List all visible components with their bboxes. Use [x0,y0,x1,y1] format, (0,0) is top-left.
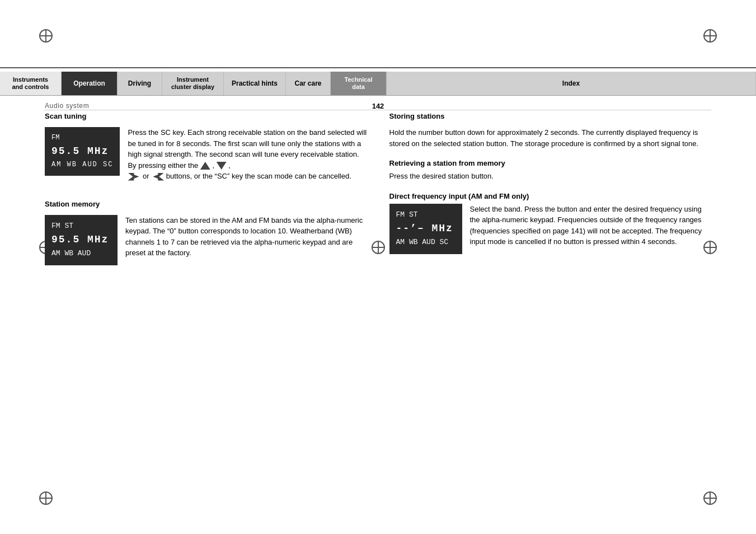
fm-display-2-line1: FM ST [51,221,111,232]
retrieving-title: Retrieving a station from memory [389,159,712,167]
fm-display-3: FM ST --’– MHz AM WB AUD SC [389,204,462,254]
nav-index[interactable]: Index [387,72,756,95]
left-column: Scan tuning FM 95.5 MHz AM WB AUD SC Pre… [45,112,367,500]
fm-display-2-line3: AM WB AUD [51,248,111,260]
fm-display-3-line3: AM WB AUD SC [396,237,456,249]
fm-display-1-line3: AM WB AUD SC [51,160,113,170]
top-rule [0,67,756,68]
page-number: 142 [372,102,384,110]
crosshair-top-left [39,29,53,43]
station-memory-title: Station memory [45,200,367,208]
fm-display-1-line2: 95.5 MHz [51,143,113,160]
arrow-up-icon [200,162,210,170]
nav-instruments[interactable]: Instruments and controls [0,72,62,95]
retrieving-body: Press the desired station button. [389,171,712,182]
right-column: Storing stations Hold the number button … [389,112,712,500]
storing-stations-body: Hold the number button down for approxim… [389,127,712,149]
fm-display-3-line1: FM ST [396,209,456,221]
nav-technical-data[interactable]: Technical data [331,72,387,95]
direct-frequency-content: FM ST --’– MHz AM WB AUD SC Select the b… [389,204,712,259]
nav-bottom-rule [0,95,756,96]
nav-bar: Instruments and controls Operation Drivi… [0,72,756,95]
crosshair-top-right [703,29,717,43]
fm-display-1-line1: FM [51,133,113,143]
station-memory-content: FM ST 95.5 MHz AM WB AUD Ten stations ca… [45,215,367,270]
nav-operation[interactable]: Operation [62,72,118,95]
nav-practical-hints[interactable]: Practical hints [224,72,286,95]
nav-driving[interactable]: Driving [118,72,162,95]
scan-tuning-content: FM 95.5 MHz AM WB AUD SC Press the SC ke… [45,127,367,186]
rwd-icon [153,173,164,181]
fm-display-3-line2: --’– MHz [396,221,456,237]
main-content: Scan tuning FM 95.5 MHz AM WB AUD SC Pre… [45,112,711,500]
nav-instrument-cluster[interactable]: Instrument cluster display [162,72,224,95]
fwd-icon [128,173,139,181]
station-memory-section: Station memory FM ST 95.5 MHz AM WB AUD … [45,200,367,270]
scan-tuning-title: Scan tuning [45,112,367,120]
fm-display-2: FM ST 95.5 MHz AM WB AUD [45,215,118,265]
arrow-down-icon [217,162,227,170]
direct-frequency-title: Direct frequency input (AM and FM only) [389,192,712,200]
header-rule [45,110,711,110]
fm-display-1: FM 95.5 MHz AM WB AUD SC [45,127,120,176]
nav-car-care[interactable]: Car care [286,72,331,95]
fm-display-2-line2: 95.5 MHz [51,232,111,248]
storing-stations-title: Storing stations [389,112,712,120]
